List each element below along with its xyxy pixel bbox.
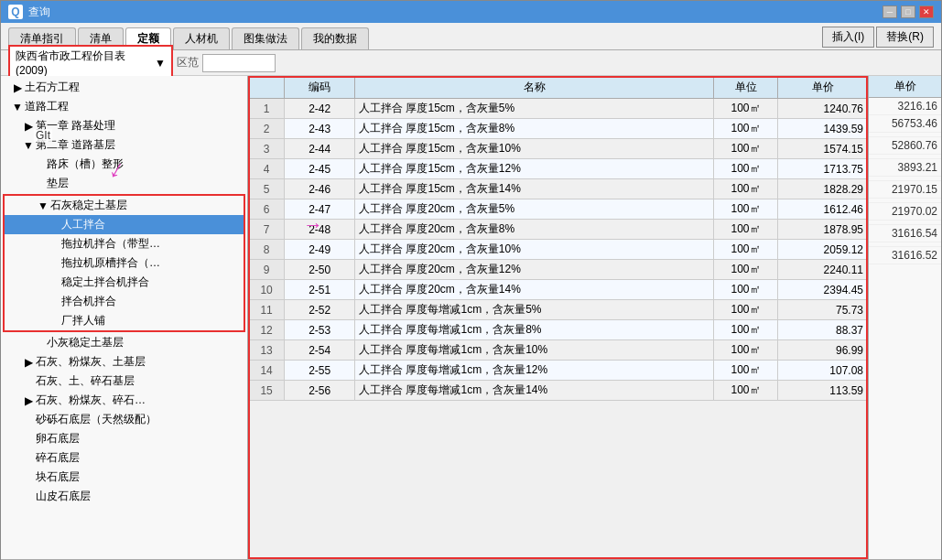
tree-item-tuolaji-daixing[interactable]: 拖拉机拌合（带型…	[5, 234, 244, 253]
tree-item-label: 垫层	[47, 176, 69, 191]
maximize-button[interactable]: □	[901, 5, 915, 18]
cell-name: 人工拌合 厚度每增减1cm，含灰量5%	[355, 300, 714, 320]
tree-item-daolu[interactable]: ▼ 道路工程	[1, 97, 247, 116]
cell-unit: 100㎡	[714, 199, 778, 220]
tree-item-label: 小灰稳定土基层	[47, 335, 124, 350]
cell-name: 人工拌合 厚度20cm，含灰量8%	[355, 220, 714, 240]
minimize-button[interactable]: ─	[882, 5, 897, 18]
tree-item-changban-renpu[interactable]: 厂拌人铺	[5, 311, 244, 330]
tree-item-xiaohui[interactable]: 小灰稳定土基层	[1, 333, 247, 352]
table-panel: 编码 名称 单位 单价 1 2-42 人工拌合 厚度15cm，含灰量5% 100…	[248, 76, 868, 559]
close-button[interactable]: ✕	[919, 5, 934, 18]
table-row[interactable]: 9 2-50 人工拌合 厚度20cm，含灰量12% 100㎡ 2240.11	[249, 260, 868, 280]
table-row[interactable]: 8 2-49 人工拌合 厚度20cm，含灰量10% 100㎡ 2059.12	[249, 240, 868, 260]
tree-item-banhaji-banha[interactable]: 拌合机拌合	[5, 292, 244, 311]
cell-unit: 100㎡	[714, 159, 778, 179]
expand-icon: ▶	[12, 81, 23, 94]
tree-item-label: 砂砾石底层（天然级配）	[36, 412, 157, 427]
col-header-num	[249, 77, 285, 99]
tree-item-shihui-stable[interactable]: ▼ 石灰稳定土基层	[5, 196, 244, 215]
tree-item-label: 石灰、粉煤灰、碎石…	[36, 393, 146, 408]
tab-tujizuofa[interactable]: 图集做法	[232, 27, 299, 49]
cell-code: 2-45	[285, 159, 355, 179]
cell-code: 2-52	[285, 300, 355, 320]
table-row[interactable]: 3 2-44 人工拌合 厚度15cm，含灰量10% 100㎡ 1574.15	[249, 139, 868, 159]
cell-price: 2394.45	[778, 280, 868, 300]
expand-icon: ▶	[23, 356, 34, 369]
tree-item-suishi-di[interactable]: 碎石底层	[1, 448, 247, 468]
table-row[interactable]: 13 2-54 人工拌合 厚度每增减1cm，含灰量10% 100㎡ 96.99	[249, 340, 868, 361]
cell-code: 2-50	[285, 260, 355, 280]
cell-name: 人工拌合 厚度20cm，含灰量5%	[355, 199, 714, 220]
cell-name: 人工拌合 厚度每增减1cm，含灰量10%	[355, 340, 714, 361]
cell-price: 113.59	[778, 381, 868, 401]
tree-item-label: 拖拉机拌合（带型…	[61, 236, 160, 252]
expand-icon: ▼	[12, 101, 23, 113]
tree-item-tushifang[interactable]: ▶ 土石方工程	[1, 78, 247, 97]
tree-item-label: 块石底层	[36, 469, 80, 485]
table-row[interactable]: 2 2-43 人工拌合 厚度15cm，含灰量8% 100㎡ 1439.59	[249, 119, 868, 139]
cell-unit: 100㎡	[714, 99, 778, 119]
expand-icon: ▶	[23, 394, 34, 407]
insert-button[interactable]: 插入(I)	[822, 27, 874, 48]
cell-name: 人工拌合 厚度每增减1cm，含灰量12%	[355, 361, 714, 381]
cell-name: 人工拌合 厚度15cm，含灰量5%	[355, 99, 714, 119]
cell-code: 2-46	[285, 179, 355, 199]
tree-item-label: 厂拌人铺	[61, 313, 105, 328]
table-row[interactable]: 7 2-48 人工拌合 厚度20cm，含灰量8% 100㎡ 1878.95	[249, 220, 868, 240]
tree-item-shali[interactable]: 砂砾石底层（天然级配）	[1, 410, 247, 429]
cell-num: 1	[249, 99, 285, 119]
cell-unit: 100㎡	[714, 300, 778, 320]
col-header-unit: 单位	[714, 77, 778, 99]
far-right-panel: 单价 3216.1656753.4652860.763893.2121970.1…	[868, 76, 941, 559]
cell-name: 人工拌合 厚度15cm，含灰量12%	[355, 159, 714, 179]
tree-item-rengong-banha[interactable]: 人工拌合	[5, 215, 244, 234]
tab-rencaiji[interactable]: 人材机	[173, 27, 230, 49]
tree-container: ▶ 土石方工程 ▼ 道路工程 ▶ 第一章 路基处理 ▼ 第二章 道路基层	[1, 76, 247, 559]
table-row[interactable]: 10 2-51 人工拌合 厚度20cm，含灰量14% 100㎡ 2394.45	[249, 280, 868, 300]
tree-item-kuaishi-di[interactable]: 块石底层	[1, 468, 247, 487]
table-row[interactable]: 6 2-47 人工拌合 厚度20cm，含灰量5% 100㎡ 1612.46	[249, 199, 868, 220]
tree-item-shihui-suishi[interactable]: 石灰、土、碎石基层	[1, 372, 247, 391]
cell-code: 2-43	[285, 119, 355, 139]
cell-unit: 100㎡	[714, 220, 778, 240]
table-row[interactable]: 1 2-42 人工拌合 厚度15cm，含灰量5% 100㎡ 1240.76	[249, 99, 868, 119]
tree-item-label: 山皮石底层	[36, 489, 91, 504]
main-content: ▶ 土石方工程 ▼ 道路工程 ▶ 第一章 路基处理 ▼ 第二章 道路基层	[1, 76, 941, 559]
table-row[interactable]: 4 2-45 人工拌合 厚度15cm，含灰量12% 100㎡ 1713.75	[249, 159, 868, 179]
tree-item-shihui-meitan[interactable]: ▶ 石灰、粉煤灰、土基层	[1, 352, 247, 372]
table-row[interactable]: 15 2-56 人工拌合 厚度每增减1cm，含灰量14% 100㎡ 113.59	[249, 381, 868, 401]
tree-item-shihui-meitan-suishi[interactable]: ▶ 石灰、粉煤灰、碎石…	[1, 391, 247, 410]
far-right-header: 单价	[869, 76, 941, 98]
cell-code: 2-44	[285, 139, 355, 159]
cell-price: 1828.29	[778, 179, 868, 199]
tree-item-shanpi-di[interactable]: 山皮石底层	[1, 487, 247, 506]
tree-item-wending-banha[interactable]: 稳定土拌合机拌合	[5, 273, 244, 292]
cell-unit: 100㎡	[714, 240, 778, 260]
tree-item-lucao[interactable]: 路床（槽）整形	[1, 155, 247, 174]
tree-item-diceng[interactable]: 垫层	[1, 174, 247, 193]
cell-num: 5	[249, 179, 285, 199]
tree-item-luanshi[interactable]: 卵石底层	[1, 429, 247, 448]
cell-code: 2-47	[285, 199, 355, 220]
tree-item-label: 碎石底层	[36, 450, 80, 466]
table-row[interactable]: 14 2-55 人工拌合 厚度每增减1cm，含灰量12% 100㎡ 107.08	[249, 361, 868, 381]
cell-num: 6	[249, 199, 285, 220]
replace-button[interactable]: 替换(R)	[876, 27, 934, 48]
table-row[interactable]: 12 2-53 人工拌合 厚度每增减1cm，含灰量8% 100㎡ 88.37	[249, 320, 868, 340]
cell-num: 10	[249, 280, 285, 300]
tree-item-label: 石灰、土、碎石基层	[36, 373, 135, 389]
far-right-value: 21970.02	[869, 203, 941, 221]
cell-code: 2-56	[285, 381, 355, 401]
tree-item-tuolaji-yuancao[interactable]: 拖拉机原槽拌合（…	[5, 253, 244, 273]
cell-code: 2-48	[285, 220, 355, 240]
col-header-name: 名称	[355, 77, 714, 99]
cell-name: 人工拌合 厚度20cm，含灰量10%	[355, 240, 714, 260]
table-row[interactable]: 5 2-46 人工拌合 厚度15cm，含灰量14% 100㎡ 1828.29	[249, 179, 868, 199]
cell-unit: 100㎡	[714, 119, 778, 139]
cell-name: 人工拌合 厚度20cm，含灰量12%	[355, 260, 714, 280]
cell-num: 11	[249, 300, 285, 320]
search-input[interactable]	[202, 54, 276, 72]
tab-wodeshuji[interactable]: 我的数据	[301, 27, 369, 49]
table-row[interactable]: 11 2-52 人工拌合 厚度每增减1cm，含灰量5% 100㎡ 75.73	[249, 300, 868, 320]
